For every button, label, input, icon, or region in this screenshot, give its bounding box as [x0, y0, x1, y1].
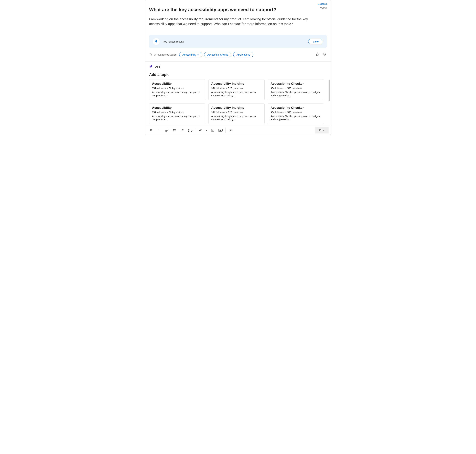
- svg-text:3: 3: [181, 131, 181, 132]
- topic-card-title: Accessibility Checker: [270, 82, 321, 86]
- thumbs-up-icon[interactable]: [315, 52, 320, 58]
- question-body[interactable]: I am working on the accessibility requir…: [145, 13, 331, 26]
- toolbar-separator: [195, 128, 195, 133]
- top-row: Collapse: [145, 0, 331, 5]
- compose-window: Collapse What are the key accessibility …: [145, 0, 331, 135]
- add-people-button[interactable]: [227, 127, 234, 134]
- topic-card[interactable]: Accessibility Insights354 followers•525 …: [208, 103, 265, 124]
- bullet-list-button[interactable]: [171, 127, 178, 134]
- question-title[interactable]: What are the key accessibility apps we n…: [149, 7, 317, 13]
- header-row: What are the key accessibility apps we n…: [145, 5, 331, 13]
- toolbar: B I 123 { } GIF Post: [145, 126, 331, 135]
- topic-card-title: Accessibility Insights: [211, 106, 262, 110]
- attachment-chevron-button[interactable]: [204, 127, 208, 134]
- svg-point-19: [231, 129, 232, 130]
- svg-point-1: [151, 65, 152, 67]
- topic-card-description: Accessibility Checker provides alerts, n…: [270, 91, 321, 97]
- collapse-link[interactable]: Collapse: [318, 2, 327, 5]
- chip-applications[interactable]: Applications: [233, 52, 253, 57]
- add-topic-heading: Add a topic: [145, 69, 331, 79]
- gif-button[interactable]: GIF: [217, 127, 224, 134]
- topic-card-stats: 354 followers•525 questions: [211, 111, 262, 114]
- lightbulb-icon: [153, 38, 160, 45]
- topic-card-stats: 354 followers•525 questions: [270, 87, 321, 90]
- topic-card[interactable]: Accessibility Insights354 followers•525 …: [208, 79, 265, 100]
- related-results-banner: Top related results View: [149, 35, 327, 48]
- bold-button[interactable]: B: [148, 127, 155, 134]
- svg-text:GIF: GIF: [219, 130, 221, 131]
- post-button[interactable]: Post: [315, 127, 328, 134]
- topic-search-input[interactable]: Acc: [155, 65, 160, 68]
- topic-card-description: Accessibility and inclusive design are p…: [152, 115, 202, 121]
- chip-label: Accessibility: [182, 53, 196, 56]
- topic-search-row[interactable]: Acc: [145, 61, 331, 69]
- ai-suggested-label: AI-suggested topics: [154, 53, 177, 56]
- topic-card-title: Accessibility Insights: [211, 82, 262, 86]
- chip-accessibility[interactable]: Accessibility +: [179, 52, 202, 57]
- attachment-button[interactable]: [197, 127, 204, 134]
- topic-card[interactable]: Accessibility Checker354 followers•525 q…: [268, 103, 324, 124]
- sparkle-icon: [149, 53, 152, 56]
- topic-card-stats: 354 followers•525 questions: [152, 111, 202, 114]
- topic-card[interactable]: Accessibility354 followers•525 questions…: [149, 79, 205, 100]
- ai-suggested-row: AI-suggested topics Accessibility + Acce…: [145, 48, 331, 61]
- topic-card-description: Accessibility Insights is a new, free, o…: [211, 91, 262, 97]
- italic-button[interactable]: I: [155, 127, 163, 134]
- text-caret: [160, 65, 160, 68]
- svg-point-5: [173, 129, 174, 130]
- char-counter: 56/150: [317, 7, 327, 10]
- svg-point-18: [230, 129, 231, 130]
- topic-card[interactable]: Accessibility354 followers•525 questions…: [149, 103, 205, 124]
- svg-rect-14: [211, 129, 214, 131]
- view-button[interactable]: View: [308, 39, 323, 44]
- chip-accessible-shuttle[interactable]: Accessible Shuttle: [204, 52, 231, 57]
- image-button[interactable]: [209, 127, 216, 134]
- topic-card-description: Accessibility Insights is a new, free, o…: [211, 115, 262, 121]
- thumbs-down-icon[interactable]: [322, 52, 327, 58]
- topic-card[interactable]: Accessibility Checker354 followers•525 q…: [268, 79, 324, 100]
- toolbar-separator: [225, 128, 226, 133]
- numbered-list-button[interactable]: 123: [178, 127, 186, 134]
- copilot-icon: [149, 65, 153, 69]
- svg-point-6: [173, 130, 174, 130]
- plus-icon: +: [197, 53, 199, 56]
- topic-card-stats: 354 followers•525 questions: [211, 87, 262, 90]
- scrollbar-thumb[interactable]: [328, 80, 330, 101]
- topic-card-title: Accessibility: [152, 82, 202, 86]
- link-button[interactable]: [163, 127, 171, 134]
- code-button[interactable]: { }: [186, 127, 194, 134]
- topic-card-title: Accessibility: [152, 106, 202, 110]
- topic-cards-area: Accessibility354 followers•525 questions…: [145, 79, 331, 124]
- topic-card-title: Accessibility Checker: [270, 106, 321, 110]
- topic-card-description: Accessibility Checker provides alerts, n…: [270, 115, 321, 121]
- topic-card-description: Accessibility and inclusive design are p…: [152, 91, 202, 97]
- topic-card-stats: 354 followers•525 questions: [270, 111, 321, 114]
- svg-point-7: [173, 131, 174, 131]
- related-results-label: Top related results: [163, 40, 308, 43]
- topic-card-stats: 354 followers•525 questions: [152, 87, 202, 90]
